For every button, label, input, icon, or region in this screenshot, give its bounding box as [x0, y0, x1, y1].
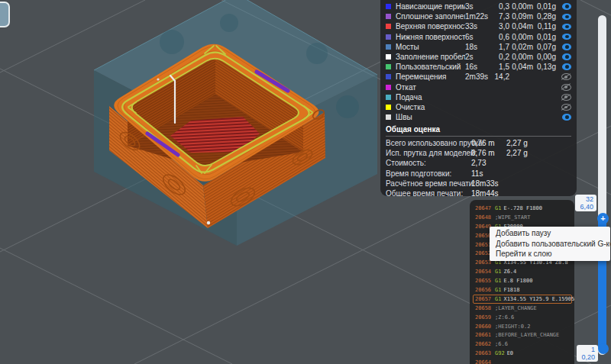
summary-label: Расчётное время печати: [386, 179, 471, 188]
feature-weight: 0,11g [533, 22, 556, 31]
top-layer-number: 32 [578, 195, 593, 203]
summary-label: Всего использовано прутка: [386, 139, 471, 147]
visibility-on-icon[interactable] [562, 14, 571, 21]
visibility-off-icon[interactable] [561, 94, 571, 101]
visibility-on-icon[interactable] [562, 114, 571, 121]
gcode-command: G1 [495, 296, 501, 302]
gcode-line[interactable]: 20648;WIPE_START [473, 213, 572, 222]
summary-value: 2,73 [471, 159, 506, 167]
gcode-line[interactable]: 20654G1Z6.4 [473, 267, 572, 276]
context-menu-item[interactable]: Добавить пользовательский G-код [490, 239, 610, 250]
gcode-command: G1 [495, 205, 501, 211]
gcode-args: ;WIPE_START [495, 214, 530, 221]
visibility-on-icon[interactable] [562, 43, 571, 50]
gcode-line[interactable]: 20663G92E0 [473, 349, 572, 358]
feature-label: Очистка [396, 103, 465, 111]
summary-row: Время подготовки:11s [380, 169, 577, 179]
feature-time: 2m39s [465, 72, 491, 81]
summary-value: 0,76 m [471, 149, 506, 157]
gcode-line-number: 20663 [475, 350, 492, 356]
feature-percent: 3,0 [491, 22, 509, 31]
gcode-command: G1 [495, 287, 501, 293]
feature-color-swatch [386, 85, 391, 90]
feature-color-swatch [386, 114, 391, 120]
visibility-cell [556, 53, 572, 60]
gcode-line[interactable]: 20658;LAYER_CHANGE [473, 304, 572, 313]
gcode-line[interactable]: 20664 [473, 358, 572, 364]
gcode-line[interactable]: 20655G1E.8 F1800 [473, 276, 572, 285]
gcode-line[interactable]: 20660;HEIGHT:0.2 [473, 322, 572, 331]
gcode-line[interactable]: 20662;6.6 [473, 340, 572, 349]
visibility-cell [556, 43, 572, 50]
gcode-line[interactable]: 20656G1F1818 [473, 285, 572, 295]
gcode-line-number: 20657 [475, 296, 492, 302]
feature-time: 6s [465, 33, 491, 41]
gcode-args: F1818 [503, 287, 519, 293]
feature-label: Нижняя поверхность [396, 33, 465, 41]
visibility-on-icon[interactable] [562, 53, 571, 60]
feature-length: 0,04m [509, 63, 533, 71]
feature-label: Верхняя поверхность [396, 22, 465, 31]
gcode-panel[interactable]: 20647G1E-.728 F180020648;WIPE_START20649… [470, 200, 574, 364]
feature-length: 0,00m [509, 2, 533, 11]
toolbar-fragment[interactable] [0, 2, 10, 27]
feature-length: 0,00m [509, 33, 533, 41]
gcode-args: ;LAYER_CHANGE [495, 305, 537, 311]
feature-label: Сплошное заполнение [396, 12, 465, 21]
bottom-layer-height: 0,20 [580, 353, 595, 361]
visibility-cell [556, 94, 572, 101]
visibility-cell [556, 73, 572, 80]
feature-time: 3s [465, 2, 491, 11]
gcode-line[interactable]: 20659;Z:6.6 [473, 313, 572, 322]
summary-title: Общая оценка [386, 125, 571, 137]
layer-slider-top-handle[interactable]: + [597, 213, 609, 224]
legend-row: Верхняя поверхность33s3,00,04m0,11g [380, 21, 577, 31]
feature-label: Нависающие периметры [396, 2, 465, 11]
gcode-args: X134.55 Y125.9 E.15905 [503, 296, 574, 302]
gcode-line[interactable]: 20661;BEFORE_LAYER_CHANGE [473, 330, 572, 340]
summary-value: 18m33s [471, 179, 506, 188]
feature-percent: 0,6 [491, 33, 509, 41]
layer-slider-top-tooltip: 32 6,40 [575, 195, 596, 211]
visibility-off-icon[interactable] [561, 104, 571, 111]
context-menu-item[interactable]: Добавить паузу [490, 228, 610, 239]
legend-row: Мосты18s1,70,02m0,07g [380, 42, 577, 52]
feature-weight: 0,28g [533, 12, 556, 21]
feature-color-swatch [386, 105, 391, 110]
layer-slider-bottom-handle[interactable] [598, 343, 609, 354]
feature-color-swatch [386, 95, 391, 100]
feature-label: Пользовательский [396, 63, 465, 71]
feature-weight: 0,01g [533, 2, 556, 11]
legend-row: Очистка [380, 102, 577, 112]
visibility-on-icon[interactable] [562, 63, 571, 70]
feature-label: Мосты [396, 43, 465, 51]
gcode-line[interactable]: 20657G1X134.55 Y125.9 E.15905 [473, 295, 572, 304]
context-menu-item[interactable]: Перейти к слою [490, 249, 610, 259]
gcode-line-number: 20648 [475, 214, 492, 221]
gcode-line[interactable]: 20647G1E-.728 F1800 [473, 204, 572, 213]
legend-row: Нависающие периметры3s0,30,00m0,01g [380, 2, 577, 11]
visibility-off-icon[interactable] [561, 84, 571, 91]
visibility-off-icon[interactable] [561, 73, 571, 80]
visibility-cell [556, 14, 572, 21]
feature-color-swatch [386, 64, 391, 69]
legend-row: Заполнение пробелов2s0,20,00m0,00g [380, 52, 577, 62]
visibility-on-icon[interactable] [562, 3, 571, 10]
legend-row: Пользовательский16s1,50,04m0,13g [380, 62, 577, 72]
preview-viewport[interactable]: Нависающие периметры3s0,30,00m0,01gСплош… [0, 0, 611, 364]
feature-percent: 7,3 [491, 12, 509, 21]
feature-label: Заполнение пробелов [396, 53, 465, 61]
summary-value-2: 2,27 g [506, 149, 571, 157]
summary-label: Стоимость: [386, 159, 471, 167]
summary-value-2: 2,27 g [506, 139, 571, 147]
feature-color-swatch [386, 44, 391, 50]
feature-label: Швы [396, 113, 465, 121]
summary-value: 18m44s [471, 189, 506, 196]
visibility-on-icon[interactable] [562, 24, 571, 31]
visibility-on-icon[interactable] [562, 34, 571, 40]
feature-percent: 0,2 [491, 53, 509, 61]
feature-color-swatch [386, 4, 391, 9]
summary-label: Общее время печати: [386, 189, 471, 196]
gcode-args: ;6.6 [495, 341, 508, 347]
bottom-layer-number: 1 [580, 346, 595, 353]
